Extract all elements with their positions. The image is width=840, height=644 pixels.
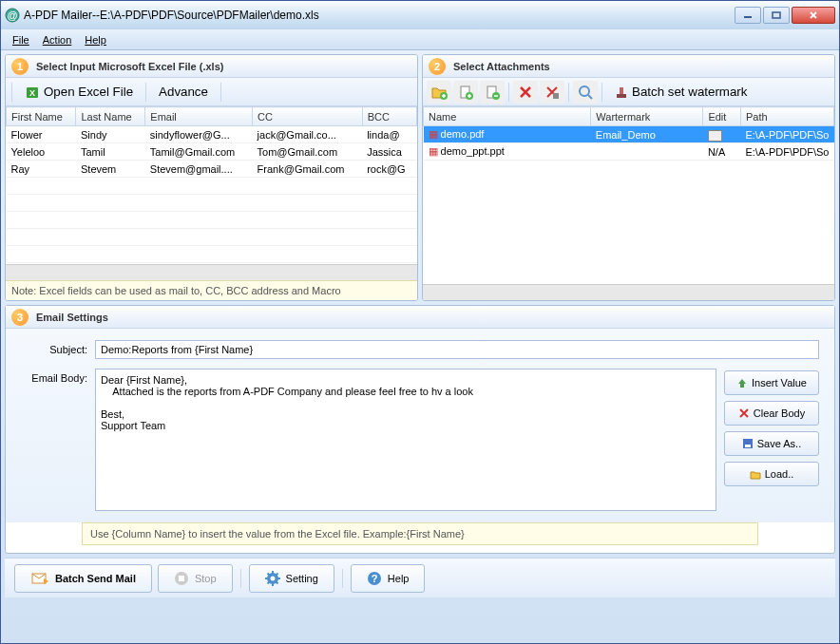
subject-input[interactable] [95, 340, 819, 359]
minimize-button[interactable] [735, 7, 761, 24]
panel2-header: 2 Select Attachments [423, 55, 834, 78]
save-as-button[interactable]: Save As.. [724, 431, 819, 456]
gear-icon [265, 571, 280, 586]
panel1-note: Note: Excel fields can be used as mail t… [6, 280, 417, 300]
table-row[interactable]: ▦ demo.pdfEmail_Demo...E:\A-PDF\PDF\So [424, 126, 834, 143]
mail-send-icon [30, 571, 49, 586]
close-button[interactable] [792, 7, 835, 24]
panel1-header: 1 Select Input Microsoft Excel File (.xl… [6, 55, 417, 78]
table-row[interactable]: RayStevemStevem@gmail....Frank@Gmail.com… [7, 161, 417, 178]
body-label: Email Body: [21, 369, 87, 511]
panel1-scrollbar[interactable] [6, 264, 417, 280]
menu-file[interactable]: File [7, 32, 35, 47]
step-badge-1: 1 [11, 58, 29, 75]
panel2-scrollbar[interactable] [423, 284, 834, 300]
table-row[interactable] [7, 178, 417, 195]
open-excel-button[interactable]: X Open Excel File [16, 81, 142, 104]
table-row[interactable] [7, 229, 417, 246]
svg-text:?: ? [371, 573, 377, 584]
folder-open-icon [750, 468, 761, 480]
delete-tools-icon[interactable] [540, 81, 564, 104]
svg-point-21 [270, 576, 275, 580]
up-arrow-icon [736, 377, 748, 388]
excel-table: First NameLast NameEmailCCBCC FlowerSind… [6, 106, 417, 263]
panel2-title: Select Attachments [453, 61, 550, 72]
svg-rect-2 [744, 16, 752, 18]
macro-hint: Use {Column Name} to insert the value fr… [82, 522, 758, 545]
excel-icon: X [25, 85, 40, 100]
maximize-button[interactable] [763, 7, 790, 24]
stop-button[interactable]: Stop [158, 564, 233, 593]
column-header[interactable]: CC [253, 107, 363, 126]
svg-rect-14 [617, 94, 626, 98]
disk-icon [742, 438, 754, 449]
svg-rect-19 [179, 576, 184, 581]
column-header[interactable]: Name [424, 107, 591, 126]
table-row[interactable] [7, 195, 417, 212]
insert-value-button[interactable]: Insert Value [724, 370, 819, 395]
subject-label: Subject: [21, 340, 87, 355]
body-textarea[interactable] [95, 369, 716, 511]
panel-input-excel: 1 Select Input Microsoft Excel File (.xl… [5, 54, 418, 301]
edit-button[interactable]: ... [708, 130, 723, 142]
svg-rect-11 [553, 93, 559, 99]
step-badge-2: 2 [429, 58, 446, 75]
add-file-icon[interactable] [453, 81, 478, 104]
advance-button[interactable]: Advance [150, 81, 217, 104]
email-form: Subject: Email Body: Insert Value Clear … [6, 329, 834, 522]
top-row: 1 Select Input Microsoft Excel File (.xl… [5, 54, 835, 301]
panel2-toolbar: Batch set watermark [423, 78, 834, 106]
column-header[interactable]: BCC [362, 107, 416, 126]
help-icon: ? [367, 571, 382, 586]
table-row[interactable] [7, 212, 417, 229]
load-button[interactable]: Load.. [724, 462, 819, 486]
menu-action[interactable]: Action [37, 32, 78, 47]
table-row[interactable]: FlowerSindysindyflower@G...jack@Gmail.co… [7, 126, 417, 143]
app-window: @ A-PDF Mailer--E:\A-PDF\PDF\Source\PDFM… [0, 0, 840, 644]
x-icon [738, 407, 750, 419]
delete-icon[interactable] [513, 81, 538, 104]
window-title: A-PDF Mailer--E:\A-PDF\PDF\Source\PDFMai… [24, 9, 735, 22]
menubar: File Action Help [1, 29, 839, 50]
svg-text:X: X [29, 88, 35, 98]
bottom-toolbar: Batch Send Mail Stop Setting ? Help [5, 558, 835, 597]
panel-email-settings: 3 Email Settings Subject: Email Body: In… [5, 305, 835, 554]
svg-text:@: @ [7, 9, 17, 21]
column-header[interactable]: Last Name [76, 107, 145, 126]
body-side-buttons: Insert Value Clear Body Save As.. Load.. [724, 369, 819, 511]
preview-icon[interactable] [573, 81, 598, 104]
column-header[interactable]: First Name [7, 107, 76, 126]
table-row[interactable]: ▦ demo_ppt.pptN/AE:\A-PDF\PDF\So [424, 143, 834, 161]
table-row[interactable] [7, 246, 417, 263]
svg-rect-13 [620, 87, 623, 94]
remove-file-icon[interactable] [480, 81, 505, 104]
panel3-title: Email Settings [36, 312, 108, 323]
panel-attachments: 2 Select Attachments Batch set waterm [422, 54, 835, 301]
help-button[interactable]: ? Help [351, 564, 426, 593]
menu-help[interactable]: Help [79, 32, 112, 47]
svg-point-12 [580, 86, 589, 96]
app-icon: @ [5, 8, 20, 23]
stamp-icon [615, 85, 628, 99]
attach-table: NameWartermarkEditPath ▦ demo.pdfEmail_D… [423, 106, 834, 161]
batch-watermark-button[interactable]: Batch set watermark [606, 81, 755, 104]
add-folder-icon[interactable] [427, 81, 451, 104]
column-header[interactable]: Wartermark [591, 107, 703, 126]
stop-icon [174, 571, 189, 586]
panel1-toolbar: X Open Excel File Advance [6, 78, 417, 106]
titlebar[interactable]: @ A-PDF Mailer--E:\A-PDF\PDF\Source\PDFM… [1, 1, 839, 29]
batch-send-button[interactable]: Batch Send Mail [14, 564, 152, 593]
column-header[interactable]: Path [740, 107, 833, 126]
panel3-header: 3 Email Settings [6, 306, 834, 329]
window-buttons [735, 7, 835, 24]
clear-body-button[interactable]: Clear Body [724, 401, 819, 426]
attach-table-wrap[interactable]: NameWartermarkEditPath ▦ demo.pdfEmail_D… [423, 106, 834, 284]
content-area: 1 Select Input Microsoft Excel File (.xl… [1, 50, 839, 643]
column-header[interactable]: Email [145, 107, 253, 126]
svg-rect-3 [773, 12, 780, 18]
setting-button[interactable]: Setting [249, 564, 334, 593]
excel-table-wrap[interactable]: First NameLast NameEmailCCBCC FlowerSind… [6, 106, 417, 264]
table-row[interactable]: YelelooTamilTamil@Gmail.comTom@Gmail.com… [7, 143, 417, 161]
step-badge-3: 3 [11, 309, 29, 326]
column-header[interactable]: Edit [703, 107, 741, 126]
